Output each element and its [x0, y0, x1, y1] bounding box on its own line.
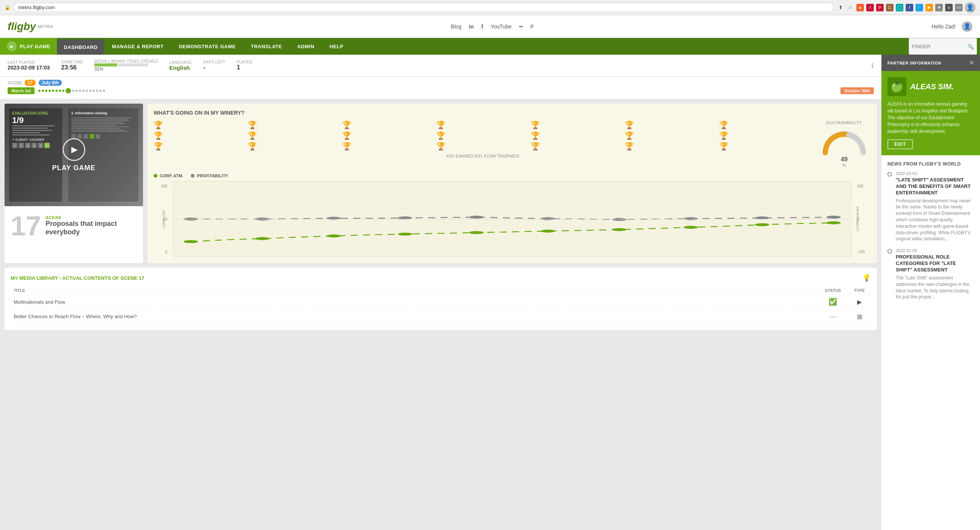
sustainability-section: SUSTAINABILITY 49: [818, 120, 871, 168]
prof-dot-5: [469, 216, 484, 219]
ext-icon-8[interactable]: ▶: [925, 4, 933, 11]
tl-dot-9: [72, 89, 74, 92]
trophy-18: 🏆: [436, 142, 529, 151]
sidebar-header-text: PARTNER INFORMATION: [888, 61, 941, 65]
media-title-2: Better Chances to Reach Flow – Where, Wh…: [11, 310, 818, 324]
ext-icon-1[interactable]: ●: [856, 4, 864, 11]
media-bar: [94, 64, 158, 66]
corp-atm-line: [191, 223, 834, 242]
ext-icon-11[interactable]: ▭: [955, 4, 963, 11]
news-title-1[interactable]: "LATE SHIFT" ASSESSMENT AND THE BENEFITS…: [896, 177, 974, 196]
legend-dot-gray: [191, 174, 194, 178]
ext-icon-2[interactable]: f: [866, 4, 874, 11]
trophy-1: 🏆: [154, 120, 246, 129]
trophy-3: 🏆: [342, 120, 434, 129]
media-title-1: Multinationals and Flow: [11, 295, 818, 310]
media-bar-fill: [94, 64, 117, 66]
close-icon[interactable]: ✕: [969, 59, 974, 66]
nav-dashboard[interactable]: DASHBOARD: [57, 40, 104, 55]
corp-dot-5: [469, 231, 484, 234]
info-icon[interactable]: ℹ: [871, 62, 874, 70]
news-item-2: 2022-01-05 PROFESSIONAL ROLE CATEGORIES …: [888, 248, 974, 300]
bookmark-icon[interactable]: ☆: [846, 4, 854, 11]
language-value: English: [169, 65, 192, 71]
timeline-dots: [36, 88, 839, 93]
top-nav-links: Blog in f YouTube •• P: [451, 24, 534, 30]
chart-area: [173, 181, 852, 257]
ext-icon-7[interactable]: 🐦: [916, 4, 923, 11]
browser-chrome: 🔒 metrix.fligby.com ⬆ ☆ ● f P C ◯ f 🐦 ▶ …: [0, 0, 980, 15]
media-title-text: MY MEDIA LIBRARY - ACTUAL CONTENTS OF SC…: [11, 275, 144, 281]
nav-admin[interactable]: ADMIN: [290, 38, 322, 55]
translate-label: TRANSLATE: [251, 44, 282, 49]
tl-dot-15: [92, 89, 95, 92]
media-status-2: —: [818, 310, 848, 324]
chart-wrapper: 100 50 0: [154, 181, 871, 257]
partner-description: ALEAS is an innovative serious gaming la…: [888, 101, 974, 135]
ext-icon-3[interactable]: P: [876, 4, 884, 11]
news-excerpt-1: Professional development may never be th…: [896, 198, 974, 243]
gametime-label: GAMETIME: [61, 60, 83, 64]
ext-icon-4[interactable]: C: [886, 4, 894, 11]
ext-icon-5[interactable]: ◯: [896, 4, 904, 11]
tl-dot-16: [96, 89, 98, 92]
play-game-overlay-label: PLAY GAME: [52, 164, 95, 172]
edit-button[interactable]: EDIT: [888, 139, 913, 149]
nav-linkedin[interactable]: in: [469, 24, 474, 30]
news-circle-2: [888, 249, 892, 254]
tl-dot-2: [42, 89, 44, 92]
logo[interactable]: fligby METRIX: [8, 21, 53, 33]
corp-dot-7: [612, 228, 627, 231]
news-title-2[interactable]: PROFESSIONAL ROLE CATEGORIES FOR "LATE S…: [896, 254, 974, 273]
share-icon[interactable]: ⬆: [837, 4, 844, 11]
user-avatar[interactable]: 👤: [962, 21, 972, 32]
scene-info-text: SCENE Proposals that impact everybody: [46, 215, 137, 236]
media-bar-empty: [118, 64, 148, 66]
last-played-label: LAST PLAYED: [8, 61, 50, 65]
tl-dot-14: [89, 89, 91, 92]
user-avatar-browser[interactable]: 👤: [965, 2, 975, 13]
nav-manage[interactable]: MANAGE & REPORT: [104, 38, 171, 55]
scene-number-big: 17: [11, 212, 41, 239]
corp-dot-8: [683, 226, 698, 229]
ext-icon-9[interactable]: ★: [935, 4, 943, 11]
trophy-11: 🏆: [436, 131, 529, 140]
scene-label-sm: SCENE: [46, 215, 137, 220]
scene-date-tag: July 6th: [39, 80, 62, 86]
y-right-100: 100: [857, 184, 864, 188]
ext-icon-6[interactable]: f: [906, 4, 913, 11]
corp-dot-10: [826, 221, 841, 224]
dashboard-label: DASHBOARD: [64, 45, 97, 50]
scene-info-row: 17 SCENE Proposals that impact everybody: [5, 206, 143, 246]
nav-pinterest[interactable]: P: [531, 24, 534, 30]
prof-dot-8: [683, 217, 698, 220]
ext-icon-10[interactable]: ≡: [945, 4, 953, 11]
chart-legend: CORP. ATM. PROFITABILITY: [154, 174, 871, 178]
nav-translate[interactable]: TRANSLATE: [243, 38, 290, 55]
nav-demonstrate[interactable]: DEMONSTRATE GAME: [171, 38, 243, 55]
media-library: MY MEDIA LIBRARY - ACTUAL CONTENTS OF SC…: [5, 268, 877, 330]
play-game-button[interactable]: ▶: [62, 138, 85, 161]
nav-facebook[interactable]: f: [481, 24, 483, 30]
media-value: 31%: [94, 66, 158, 72]
chart-section: CORP. ATM. PROFITABILITY 100 50 0: [154, 174, 871, 257]
stat-language: LANGUAGE English: [169, 61, 192, 71]
nav-blog[interactable]: Blog: [451, 24, 461, 30]
finder-input[interactable]: [912, 44, 965, 49]
tl-dot-1: [38, 89, 41, 92]
legend-corp-atm-label: CORP. ATM.: [160, 174, 183, 178]
finder-box[interactable]: 🔍: [909, 38, 977, 55]
trophies-section: 🏆 🏆 🏆 🏆 🏆 🏆 🏆 🏆 🏆 🏆 🏆: [154, 120, 811, 168]
gauge-pct: 49: [818, 156, 871, 163]
partner-logo-row: 🍏 ALEAS SIM.: [888, 77, 974, 96]
scene-timeline: SCENE: 17 July 6th March 1st: [0, 77, 881, 99]
tl-dot-17: [99, 89, 102, 92]
nav-flickr[interactable]: ••: [519, 24, 523, 30]
demonstrate-label: DEMONSTRATE GAME: [179, 44, 235, 49]
nav-help[interactable]: HELP: [322, 38, 351, 55]
nav-play-game[interactable]: ▶ PLAY GAME: [0, 38, 57, 55]
nav-youtube[interactable]: YouTube: [491, 24, 512, 30]
url-bar[interactable]: metrix.fligby.com: [13, 3, 834, 12]
content-area: EVALUATION DONE 1/9 + SUBMIT ANSWER 123 …: [0, 99, 881, 268]
trophy-15: 🏆: [154, 142, 246, 151]
